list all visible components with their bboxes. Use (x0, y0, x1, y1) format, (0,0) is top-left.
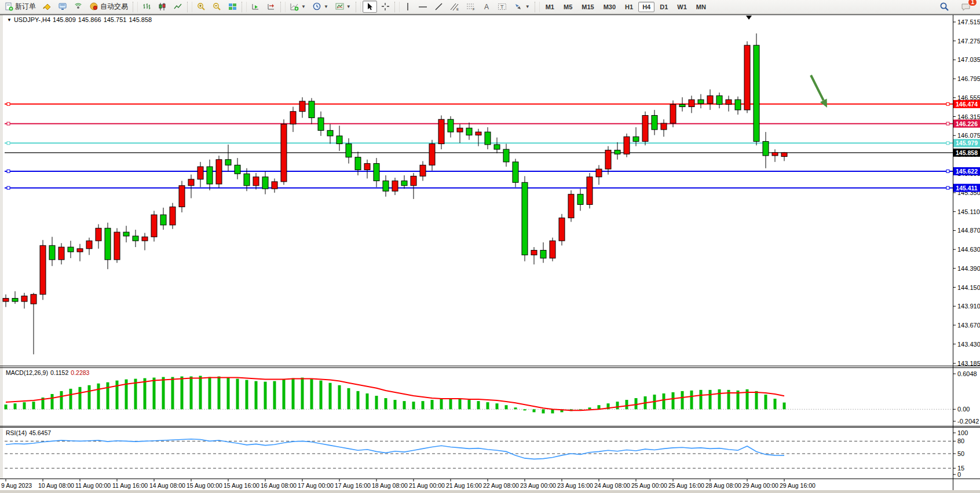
quote-close: 145.858 (129, 16, 152, 23)
rsi-value: 45.6457 (29, 429, 51, 436)
svg-text:A: A (484, 3, 489, 11)
svg-text:21 Aug 00:00: 21 Aug 00:00 (409, 482, 445, 489)
tile-windows-icon (228, 2, 237, 11)
svg-text:15 Aug 16:00: 15 Aug 16:00 (224, 482, 259, 489)
indicators-icon (290, 2, 299, 11)
autotrading-button[interactable]: 自动交易 (87, 0, 131, 13)
horizontal-line-icon (418, 2, 427, 11)
quote-open: 145.809 (53, 16, 76, 23)
chart-title: ▼USDJPY-,H4145.809145.866145.751145.858 (7, 16, 152, 23)
macd-signal-value: 0.2283 (71, 369, 89, 376)
templates-button[interactable]: ▼ (332, 1, 354, 13)
auto-scroll-button[interactable] (248, 1, 263, 13)
text-button[interactable]: A (480, 1, 493, 13)
svg-text:11 Aug 16:00: 11 Aug 16:00 (112, 482, 148, 489)
macd-value: 0.1152 (50, 369, 68, 376)
timeframe-button-M15[interactable]: M15 (577, 2, 598, 12)
svg-text:29 Aug 00:00: 29 Aug 00:00 (743, 482, 778, 489)
svg-text:E: E (456, 8, 459, 11)
chart-shift-button[interactable] (264, 1, 279, 13)
toolbar-group-scroll (248, 0, 279, 13)
svg-text:144.630: 144.630 (957, 246, 980, 253)
svg-text:0.6048: 0.6048 (957, 370, 977, 377)
chevron-down-icon: ▼ (525, 4, 530, 9)
cursor-button[interactable] (363, 1, 377, 13)
timeframe-button-M5[interactable]: M5 (560, 2, 576, 12)
svg-text:145.110: 145.110 (957, 208, 980, 215)
metaeditor-button[interactable] (56, 1, 70, 13)
channel-button[interactable]: E (447, 1, 462, 13)
toolbar-group-zoom (193, 0, 240, 13)
arrows-button[interactable]: ▼ (511, 1, 533, 13)
candlestick-chart-button[interactable] (155, 1, 170, 13)
svg-text:145.622: 145.622 (956, 168, 978, 175)
timeframe-button-M1[interactable]: M1 (542, 2, 558, 12)
bar-chart-icon (142, 2, 151, 11)
chart-dropdown-icon[interactable]: ▼ (7, 17, 12, 23)
quote-low: 145.751 (104, 16, 127, 23)
search-button[interactable] (937, 0, 952, 13)
chevron-down-icon: ▼ (346, 4, 351, 9)
svg-text:143.670: 143.670 (957, 322, 980, 329)
svg-text:146.795: 146.795 (957, 75, 980, 82)
svg-text:147.035: 147.035 (957, 56, 980, 63)
svg-text:14 Aug 08:00: 14 Aug 08:00 (149, 482, 185, 489)
crosshair-button[interactable] (378, 1, 393, 13)
svg-text:80: 80 (957, 437, 964, 444)
horizontal-line-button[interactable] (415, 1, 430, 13)
periods-button[interactable]: ▼ (310, 1, 331, 13)
notifications-button[interactable]: 1 (958, 1, 974, 13)
svg-text:17 Aug 00:00: 17 Aug 00:00 (298, 482, 334, 489)
zoom-out-button[interactable] (210, 1, 224, 13)
cursor-icon (365, 2, 374, 11)
vertical-line-button[interactable] (401, 1, 414, 13)
metaeditor-icon (58, 2, 67, 11)
toolbar: 新订单 自动交易 (0, 0, 980, 14)
line-chart-button[interactable] (171, 1, 185, 13)
timeframe-button-MN[interactable]: MN (692, 2, 710, 12)
svg-text:T: T (500, 4, 504, 10)
templates-icon (335, 2, 344, 11)
toolbar-separator (187, 2, 192, 12)
zoom-in-button[interactable] (194, 1, 209, 13)
text-label-button[interactable]: T (495, 1, 510, 13)
candlestick-chart-icon (158, 2, 167, 11)
crosshair-icon (381, 2, 390, 11)
timeframe-button-H4[interactable]: H4 (638, 2, 654, 12)
trendline-button[interactable] (432, 1, 446, 13)
svg-text:24 Aug 08:00: 24 Aug 08:00 (594, 482, 630, 489)
rsi-indicator-label: RSI(14)45.6457 (6, 429, 51, 436)
timeframe-button-M30[interactable]: M30 (599, 2, 620, 12)
fibonacci-button[interactable]: F (463, 1, 478, 13)
svg-text:25 Aug 16:00: 25 Aug 16:00 (668, 482, 704, 489)
svg-text:146.226: 146.226 (956, 120, 978, 127)
toolbar-group-trade: 新订单 自动交易 (1, 0, 131, 13)
chart-plot-area[interactable]: 147.515147.275147.035146.795146.555146.3… (0, 0, 980, 493)
toolbar-separator (280, 2, 286, 12)
timeframe-button-H1[interactable]: H1 (621, 2, 637, 12)
svg-text:10 Aug 08:00: 10 Aug 08:00 (38, 482, 74, 489)
tile-windows-button[interactable] (225, 1, 240, 13)
bar-chart-button[interactable] (140, 1, 154, 13)
svg-text:F: F (473, 8, 475, 11)
svg-text:100: 100 (957, 429, 968, 436)
indicators-button[interactable]: ▼ (287, 1, 309, 13)
svg-text:0: 0 (957, 471, 961, 478)
autotrading-label: 自动交易 (100, 2, 128, 12)
trendline-icon (434, 2, 443, 11)
auto-scroll-icon (251, 2, 260, 11)
chevron-down-icon: ▼ (324, 4, 328, 9)
timeframe-button-D1[interactable]: D1 (656, 2, 672, 12)
new-order-button[interactable]: 新订单 (2, 0, 39, 13)
signals-button[interactable] (71, 1, 86, 13)
terminal-window: 新订单 自动交易 (0, 0, 980, 493)
timeframe-button-W1[interactable]: W1 (673, 2, 691, 12)
arrows-icon (514, 2, 523, 11)
rsi-name: RSI(14) (6, 429, 27, 436)
vertical-line-icon (404, 2, 411, 11)
svg-text:0.00: 0.00 (957, 406, 970, 413)
paint-bucket-button[interactable] (40, 1, 54, 13)
macd-name: MACD(12,26,9) (6, 369, 48, 376)
svg-text:22 Aug 08:00: 22 Aug 08:00 (483, 482, 519, 489)
fibonacci-icon: F (466, 2, 476, 11)
